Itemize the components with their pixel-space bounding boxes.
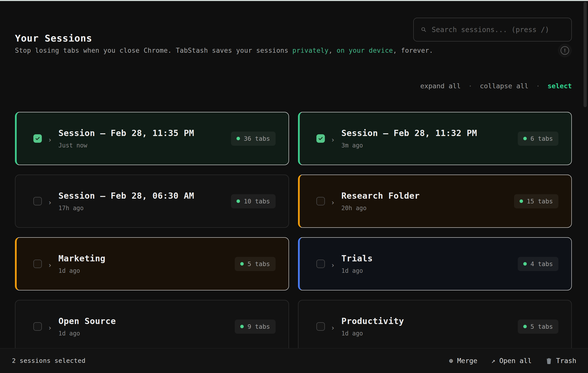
tab-dot-icon: [236, 137, 240, 140]
chevron-right-icon[interactable]: ›: [48, 325, 52, 331]
session-checkbox[interactable]: [316, 260, 325, 268]
session-checkbox[interactable]: [316, 322, 325, 331]
session-title: Productivity: [341, 316, 404, 326]
tab-dot-icon: [520, 199, 523, 203]
tab-count-label: 4 tabs: [530, 260, 553, 268]
session-card[interactable]: › Productivity 1d ago 5 tabs: [298, 300, 572, 353]
separator-dot: ·: [536, 82, 540, 90]
chevron-right-icon[interactable]: ›: [331, 137, 335, 143]
tagline-highlight-privately: privately: [293, 47, 329, 54]
session-checkbox[interactable]: [316, 197, 325, 205]
session-card[interactable]: › Marketing 1d ago 5 tabs: [15, 237, 289, 290]
scrollbar-thumb[interactable]: [584, 2, 587, 107]
session-card[interactable]: › Trials 1d ago 4 tabs: [298, 237, 572, 290]
tagline: Stop losing tabs when you close Chrome. …: [15, 47, 433, 54]
tab-count-badge: 5 tabs: [235, 257, 275, 271]
merge-icon: ⊕: [449, 357, 453, 365]
selection-status: 2 sessions selected: [12, 357, 85, 364]
tab-count-badge: 6 tabs: [518, 132, 558, 146]
tab-count-label: 36 tabs: [244, 135, 270, 142]
session-time: 1d ago: [341, 267, 373, 274]
session-info: Research Folder 20h ago: [341, 191, 420, 212]
session-checkbox[interactable]: [33, 322, 42, 331]
info-button[interactable]: !: [558, 44, 572, 57]
tagline-tail: , forever.: [393, 47, 433, 54]
search-icon: [421, 27, 427, 33]
tab-dot-icon: [240, 262, 244, 266]
session-info: Session — Feb 28, 11:32 PM 3m ago: [341, 128, 477, 149]
separator-dot: ·: [468, 82, 472, 90]
chevron-right-icon[interactable]: ›: [48, 137, 52, 143]
session-title: Session — Feb 28, 06:30 AM: [59, 191, 194, 201]
session-card[interactable]: › Research Folder 20h ago 15 tabs: [298, 175, 572, 228]
tab-count-label: 5 tabs: [530, 323, 553, 330]
tab-count-label: 10 tabs: [244, 198, 270, 205]
chevron-right-icon[interactable]: ›: [331, 262, 335, 269]
session-title: Marketing: [59, 253, 106, 263]
tab-count-label: 9 tabs: [247, 323, 270, 330]
session-time: Just now: [59, 142, 194, 149]
chevron-right-icon[interactable]: ›: [331, 199, 335, 206]
open-all-button[interactable]: ↗ Open all: [491, 357, 531, 365]
merge-label: Merge: [457, 357, 477, 365]
tab-count-badge: 5 tabs: [518, 320, 558, 334]
check-icon: [35, 136, 40, 141]
chevron-right-icon[interactable]: ›: [331, 325, 335, 331]
select-button[interactable]: select: [547, 82, 572, 90]
chevron-right-icon[interactable]: ›: [48, 262, 52, 269]
tab-count-badge: 36 tabs: [231, 132, 275, 146]
session-checkbox[interactable]: [33, 197, 42, 205]
tab-dot-icon: [523, 325, 527, 328]
session-time: 1d ago: [341, 330, 404, 337]
view-controls: expand all · collapse all · select: [15, 82, 572, 90]
session-time: 1d ago: [59, 267, 106, 274]
tab-count-badge: 15 tabs: [514, 194, 558, 208]
session-title: Research Folder: [341, 191, 420, 201]
open-all-label: Open all: [499, 357, 532, 365]
footer-actions: ⊕ Merge ↗ Open all Trash: [449, 357, 576, 365]
tagline-highlight-device: on your device: [337, 47, 393, 54]
session-checkbox[interactable]: [33, 134, 42, 143]
sessions-page: Your Sessions Stop losing tabs when you …: [0, 1, 588, 353]
session-time: 20h ago: [341, 205, 420, 212]
tab-count-badge: 10 tabs: [231, 194, 275, 208]
footer: 2 sessions selected ⊕ Merge ↗ Open all T…: [0, 348, 588, 373]
session-title: Trials: [341, 253, 373, 263]
trash-button[interactable]: Trash: [546, 357, 576, 365]
check-icon: [318, 136, 323, 141]
session-info: Open Source 1d ago: [59, 316, 116, 337]
session-card[interactable]: › Session — Feb 28, 06:30 AM 17h ago 10 …: [15, 175, 289, 228]
tab-count-badge: 4 tabs: [518, 257, 558, 271]
info-icon: !: [561, 46, 569, 55]
page-title: Your Sessions: [15, 34, 92, 43]
session-checkbox[interactable]: [33, 260, 42, 268]
chevron-right-icon[interactable]: ›: [48, 199, 52, 206]
session-time: 1d ago: [59, 330, 116, 337]
trash-icon: [546, 357, 552, 364]
search-input[interactable]: [431, 25, 564, 34]
session-time: 3m ago: [341, 142, 477, 149]
expand-all-button[interactable]: expand all: [420, 82, 461, 90]
session-time: 17h ago: [59, 205, 194, 212]
session-title: Session — Feb 28, 11:35 PM: [59, 128, 194, 138]
session-info: Productivity 1d ago: [341, 316, 404, 337]
search-box[interactable]: [413, 18, 572, 42]
session-checkbox[interactable]: [316, 134, 325, 143]
session-info: Trials 1d ago: [341, 253, 373, 274]
session-info: Session — Feb 28, 06:30 AM 17h ago: [59, 191, 194, 212]
tab-dot-icon: [236, 199, 240, 203]
sessions-grid: › Session — Feb 28, 11:35 PM Just now 36…: [15, 112, 572, 353]
tagline-row: Stop losing tabs when you close Chrome. …: [15, 44, 572, 57]
session-title: Session — Feb 28, 11:32 PM: [341, 128, 477, 138]
collapse-all-button[interactable]: collapse all: [480, 82, 529, 90]
tab-count-label: 15 tabs: [527, 198, 553, 205]
session-card[interactable]: › Session — Feb 28, 11:35 PM Just now 36…: [15, 112, 289, 165]
tab-dot-icon: [523, 137, 527, 140]
session-card[interactable]: › Session — Feb 28, 11:32 PM 3m ago 6 ta…: [298, 112, 572, 165]
tab-count-label: 6 tabs: [530, 135, 553, 142]
tagline-lead: Stop losing tabs when you close Chrome. …: [15, 47, 293, 54]
merge-button[interactable]: ⊕ Merge: [449, 357, 477, 365]
session-info: Marketing 1d ago: [59, 253, 106, 274]
session-info: Session — Feb 28, 11:35 PM Just now: [59, 128, 194, 149]
session-card[interactable]: › Open Source 1d ago 9 tabs: [15, 300, 289, 353]
